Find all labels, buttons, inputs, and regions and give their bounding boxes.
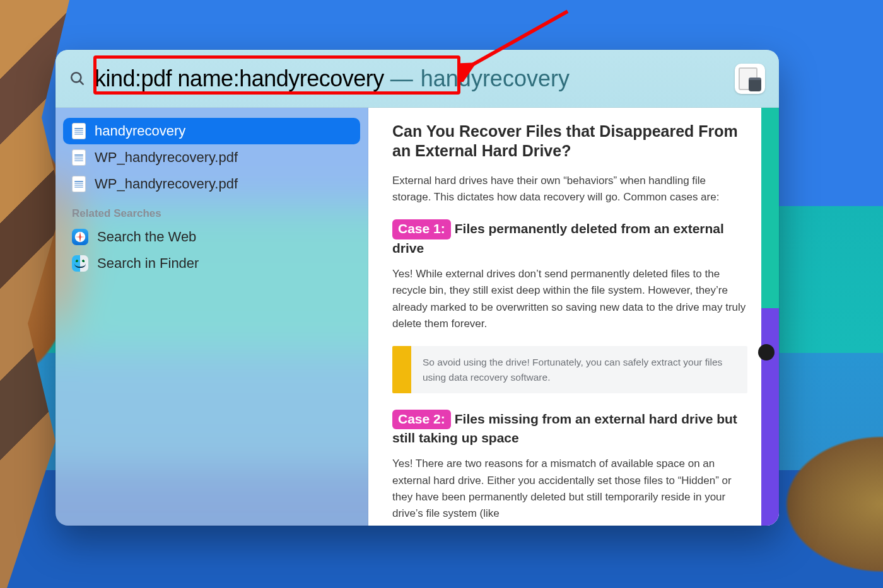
document-icon	[72, 176, 86, 192]
tip-callout: So avoid using the drive! Fortunately, y…	[392, 346, 747, 393]
case2-body: Yes! There are two reasons for a mismatc…	[392, 456, 747, 522]
document-content: Can You Recover Files that Disappeared F…	[368, 108, 779, 522]
results-sidebar: handyrecovery WP_handyrecovery.pdf WP_ha…	[56, 108, 368, 526]
search-autocomplete-suffix: — handyrecovery	[390, 66, 570, 92]
result-label: handyrecovery	[95, 123, 185, 139]
case2-badge: Case 2:	[392, 410, 451, 429]
doc-heading: Can You Recover Files that Disappeared F…	[392, 122, 747, 161]
action-label: Search the Web	[97, 229, 196, 245]
search-query-text[interactable]: kind:pdf name:handyrecovery	[95, 66, 384, 92]
preview-brand-stripe	[761, 108, 779, 526]
doc-intro: External hard drives have their own “beh…	[392, 173, 747, 206]
tip-accent-bar	[392, 346, 411, 393]
preview-scroll-indicator[interactable]	[758, 344, 775, 360]
finder-icon	[72, 255, 88, 272]
quicklook-preview: Can You Recover Files that Disappeared F…	[368, 108, 779, 526]
search-icon	[69, 71, 86, 87]
result-label: WP_handyrecovery.pdf	[95, 149, 238, 166]
search-in-finder[interactable]: Search in Finder	[63, 250, 360, 277]
document-icon	[72, 123, 86, 139]
spotlight-search-bar[interactable]: kind:pdf name:handyrecovery — handyrecov…	[56, 50, 779, 108]
search-the-web[interactable]: Search the Web	[63, 224, 360, 250]
document-icon	[72, 149, 86, 166]
case1-badge: Case 1:	[392, 219, 451, 239]
svg-line-1	[79, 81, 83, 84]
spotlight-window: kind:pdf name:handyrecovery — handyrecov…	[56, 50, 779, 526]
desktop-wallpaper: kind:pdf name:handyrecovery — handyrecov…	[0, 0, 883, 588]
result-item[interactable]: WP_handyrecovery.pdf	[63, 144, 360, 171]
related-searches-heading: Related Searches	[63, 197, 360, 224]
preview-app-icon	[735, 64, 765, 94]
tip-text: So avoid using the drive! Fortunately, y…	[411, 346, 747, 393]
safari-icon	[72, 229, 88, 245]
action-label: Search in Finder	[97, 255, 199, 272]
case1-heading: Case 1:Files permanently deleted from an…	[392, 219, 747, 257]
case1-body: Yes! While external drives don’t send pe…	[392, 266, 747, 332]
result-label: WP_handyrecovery.pdf	[95, 176, 238, 192]
result-item[interactable]: WP_handyrecovery.pdf	[63, 171, 360, 197]
case2-heading: Case 2:Files missing from an external ha…	[392, 410, 747, 447]
result-item[interactable]: handyrecovery	[63, 118, 360, 144]
